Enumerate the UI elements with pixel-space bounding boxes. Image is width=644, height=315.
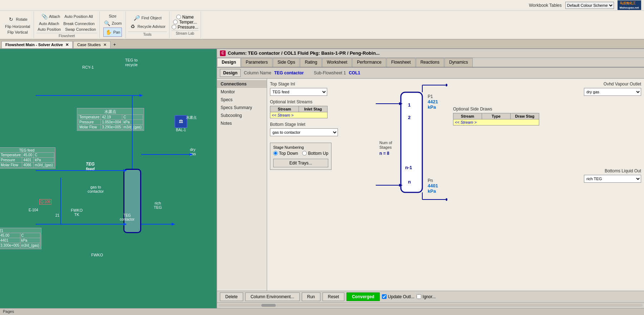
scrollbar-thumb[interactable] — [261, 304, 276, 307]
sub-header: Design Column Name TEG contactor Sub-Flo… — [217, 68, 644, 79]
swap-connection-button[interactable]: Swap Connection — [64, 26, 97, 32]
tab-performance[interactable]: Performance — [352, 58, 386, 67]
temper-radio[interactable] — [173, 20, 178, 24]
svg-marker-19 — [446, 84, 447, 87]
bottoms-liquid-section: Bottoms Liquid Out rich TEG — [453, 168, 641, 183]
tab-rating[interactable]: Rating — [300, 58, 322, 67]
b21-temp: 45.00 — [0, 233, 20, 238]
tab-close-flowsheet[interactable]: ✕ — [65, 43, 69, 47]
attach-button[interactable]: 📎 Attach — [39, 12, 62, 21]
side-draw-row[interactable]: << Stream > — [453, 119, 539, 125]
column-env-button[interactable]: Column Environment... — [245, 292, 300, 301]
workbook-tables-label: Workbook Tables — [529, 3, 562, 8]
inlet-stream-row[interactable]: << Stream > — [270, 112, 328, 118]
nav-specs[interactable]: Specs — [217, 96, 267, 104]
dew-point-1-label: 水露点 — [78, 109, 143, 114]
auto-attach-button[interactable]: Auto Attach — [38, 21, 60, 26]
run-button[interactable]: Run — [302, 292, 320, 301]
edit-trays-button[interactable]: Edit Trays... — [273, 159, 328, 167]
fs-flow-label: Molar Flow — [78, 124, 101, 129]
attach-label: Attach — [49, 14, 60, 19]
tab-dynamics[interactable]: Dynamics — [444, 58, 473, 67]
tab-flowsheet[interactable]: Flowsheet — [387, 58, 416, 67]
teg-contactor-label: TEGcontactor — [120, 213, 134, 221]
zoom-button[interactable]: 🔍 Zoom — [102, 19, 123, 28]
find-object-button[interactable]: 🔎 Find Object — [132, 14, 163, 22]
colour-scheme-select[interactable]: Default Colour Scheme — [565, 2, 614, 9]
tab-side-ops[interactable]: Side Ops — [273, 58, 300, 67]
inlets-outlets-column: Top Stage Inl TEG feed Optional Inlet St… — [270, 82, 370, 218]
nav-monitor[interactable]: Monitor — [217, 88, 267, 96]
break-conn-label: Break Connection — [63, 21, 94, 26]
bottom-up-radio[interactable] — [302, 151, 307, 156]
sd-type-col: Type — [482, 113, 511, 119]
nav-specs-summary[interactable]: Specs Summary — [217, 104, 267, 112]
update-outlets-checkbox[interactable] — [382, 294, 387, 299]
inlet-stream-placeholder[interactable]: << Stream > — [270, 112, 328, 118]
nav-connections[interactable]: Connections — [217, 80, 267, 88]
e104-label: E-104 — [29, 208, 38, 212]
bottom-stage-select[interactable]: gas to contactor — [270, 128, 338, 136]
ovhd-vapour-label: Ovhd Vapour Outlet — [453, 82, 641, 87]
tab-parameters[interactable]: Parameters — [241, 58, 272, 67]
break-connection-button[interactable]: Break Connection — [62, 21, 96, 26]
temper-radio-label: Temper... — [179, 20, 197, 25]
tab-flowsheet-main[interactable]: Flowsheet Main - Solver Active ✕ — [1, 41, 73, 48]
top-down-radio[interactable] — [273, 151, 278, 156]
auto-pos-label: Auto Position — [38, 27, 61, 31]
tab-case-studies[interactable]: Case Studies ✕ — [73, 41, 110, 48]
stage-n-label: n — [408, 179, 411, 184]
pan-icon: ✋ — [105, 29, 112, 36]
stream-lab-label: Stream Lab — [172, 30, 198, 35]
ovhd-vapour-select[interactable]: dry gas — [584, 88, 641, 96]
bottom-stage-inlet-section: Bottom Stage Inlet gas to contactor — [270, 122, 370, 136]
bottom-up-label: Bottom Up — [308, 151, 328, 156]
inlet-stage-col-header: Inlet Stag — [299, 106, 328, 112]
svg-marker-22 — [446, 198, 447, 201]
flip-vertical-button[interactable]: Flip Vertical — [6, 29, 29, 35]
reset-button[interactable]: Reset — [323, 292, 344, 301]
top-down-option[interactable]: Top Down — [273, 151, 298, 156]
side-draws-table: Stream Type Draw Stag << Stream > — [453, 113, 539, 125]
nav-notes[interactable]: Notes — [217, 119, 267, 127]
sub-tab-design[interactable]: Design — [220, 69, 241, 77]
flip-horizontal-button[interactable]: Flip Horizontal — [4, 24, 31, 29]
converged-badge: Converged — [346, 292, 380, 301]
bottom-up-option[interactable]: Bottom Up — [302, 151, 328, 156]
pan-button[interactable]: ✋ Pan — [103, 28, 122, 37]
auto-position-button[interactable]: Auto Position — [36, 26, 62, 32]
pressure-radio[interactable] — [172, 25, 176, 29]
add-tab-button[interactable]: + — [111, 41, 118, 48]
swap-conn-label: Swap Connection — [65, 27, 96, 31]
nav-subcooling[interactable]: Subcooling — [217, 112, 267, 119]
edit-trays-label: Edit Trays... — [289, 161, 312, 166]
rcy1-label: RCY-1 — [82, 65, 94, 69]
delete-button[interactable]: Delete — [220, 292, 243, 301]
box21-data: 21 45.00C 4401kPa 3.300e+005m3/d_(gas) — [0, 228, 41, 249]
teg-feed-italic: TEGfeed — [86, 162, 95, 172]
rotate-button[interactable]: ↻ Rotate — [6, 15, 29, 24]
name-radio[interactable] — [176, 15, 181, 19]
tab-close-case[interactable]: ✕ — [103, 43, 107, 47]
dialog-title: Column: TEG contactor / COL1 Fluid Pkg: … — [228, 50, 380, 56]
top-stage-select[interactable]: TEG feed — [270, 88, 327, 96]
bal1-icon[interactable]: ⚖ — [174, 115, 187, 128]
side-draws-label: Optional Side Draws — [453, 107, 641, 112]
scrollbar-area[interactable] — [217, 302, 644, 308]
tab-worksheet[interactable]: Worksheet — [322, 58, 352, 67]
ignore-checkbox[interactable] — [417, 294, 421, 299]
recycle-advisor-button[interactable]: ♻ Recycle Advisor — [128, 22, 167, 31]
stage-2-label: 2 — [408, 115, 411, 120]
sub-flowsheet-value: COL1 — [349, 70, 360, 75]
side-stream-placeholder[interactable]: << Stream > — [453, 119, 539, 125]
bal1-area: ⚖ BAL-1 — [174, 115, 187, 132]
size-button[interactable]: Size — [107, 13, 118, 19]
flowsheet-area: RCY-1 TEG torecycle 水露点 Temperature42.19… — [0, 49, 216, 308]
bottoms-liquid-select[interactable]: rich TEG — [584, 175, 641, 183]
dew-point-box-1: 水露点 Temperature42.19C Pressure1.050e+004… — [77, 108, 144, 131]
column-env-label: Column Environment... — [251, 294, 294, 299]
auto-position-all-button[interactable]: Auto Position All — [63, 14, 94, 19]
scrollbar-track[interactable] — [218, 304, 643, 307]
tab-reactions[interactable]: Reactions — [416, 58, 444, 67]
tab-design[interactable]: Design — [217, 58, 241, 67]
